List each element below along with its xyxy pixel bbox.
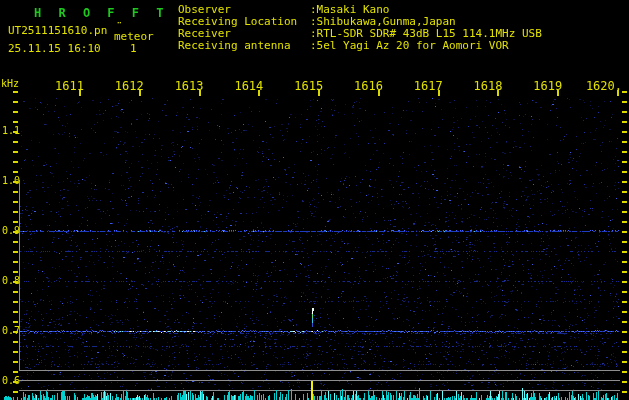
freq-unit-label: kHz [1,78,19,89]
time-label-1619: 1619 [522,79,562,93]
capture-filename: UT2511151610.pn [8,24,107,37]
time-label-1613: 1613 [164,79,204,93]
freq-label-0.8: 0.8 [2,275,22,286]
header-field-row: Receiving antenna:5el Yagi Az 20 for Aom… [178,40,628,52]
freq-label-1.1: 1.1 [2,125,22,136]
spectrogram-canvas [0,0,629,400]
time-label-1615: 1615 [283,79,323,93]
freq-label-0.7: 0.7 [2,325,22,336]
echo-counter: 1 [130,42,137,55]
time-label-1617: 1617 [403,79,443,93]
freq-label-0.6: 0.6 [2,375,22,386]
field-value: :5el Yagi Az 20 for Aomori VOR [310,40,509,52]
freq-label-0.9: 0.9 [2,225,22,236]
time-label-1616: 1616 [343,79,383,93]
freq-label-1.0: 1.0 [2,175,22,186]
time-label-1611: 1611 [44,79,84,93]
time-label-1620: 1620. [582,79,622,93]
datetime-label: 25.11.15 16:10 [8,42,101,55]
app-title: H R O F F T [34,6,168,20]
time-label-1614: 1614 [223,79,263,93]
hrofft-screen: H R O F F T UT2511151610.pn ¨ meteor 25.… [0,0,629,400]
time-label-1618: 1618 [462,79,502,93]
header-fields: Observer:Masaki KanoReceiving Location:S… [178,4,628,52]
time-label-1612: 1612 [104,79,144,93]
field-label: Receiving antenna [178,39,291,52]
